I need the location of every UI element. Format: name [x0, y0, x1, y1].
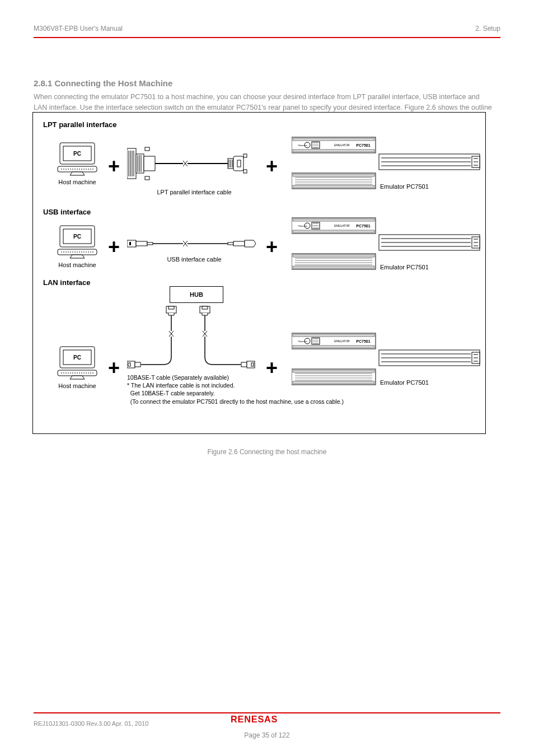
- emulator-label: Emulator PC7501: [380, 264, 429, 270]
- footer-page: Page 35 of 122: [0, 731, 534, 739]
- svg-rect-15: [145, 176, 149, 180]
- emulator-icon: EMULATOR PC7501 Renesas: [292, 135, 482, 190]
- svg-rect-5: [127, 148, 136, 179]
- emu-model-text: PC7501: [356, 143, 370, 147]
- svg-rect-64: [293, 219, 374, 221]
- svg-rect-55: [127, 240, 136, 247]
- svg-text:EMULATOR: EMULATOR: [334, 339, 350, 343]
- emulator-label: Emulator PC7501: [380, 379, 429, 386]
- svg-rect-102: [251, 363, 254, 366]
- host-machine-label: Host machine: [46, 179, 108, 185]
- svg-rect-110: [293, 346, 374, 348]
- plus-icon: +: [108, 237, 120, 257]
- lpt-cable: LPT parallel interface cable: [127, 144, 261, 195]
- row-title-usb: USB interface: [43, 208, 91, 216]
- svg-text:PC7501: PC7501: [356, 224, 370, 228]
- host-machine-usb: PC Host machine: [46, 225, 108, 268]
- svg-rect-100: [241, 362, 247, 367]
- usb-cable-icon: [127, 237, 261, 250]
- plus-icon: +: [266, 156, 278, 176]
- row-title-lpt: LPT parallel interface: [43, 120, 117, 129]
- svg-rect-28: [293, 150, 374, 152]
- svg-rect-62: [233, 241, 245, 246]
- usb-cable-label: USB interface cable: [127, 256, 261, 263]
- usb-cable: USB interface cable: [127, 237, 261, 263]
- svg-rect-129: [293, 381, 374, 384]
- row-usb: USB interface PC Host machine +: [33, 208, 485, 275]
- lan-note-line4: (To connect the emulator PC7501 directly…: [127, 398, 362, 405]
- svg-rect-27: [293, 138, 374, 141]
- pc-icon: PC: [55, 346, 99, 380]
- host-machine-label: Host machine: [46, 382, 108, 389]
- emulator-lan: EMULATOR PC7501 Renesas Emulator: [292, 331, 482, 388]
- pc-icon: PC: [55, 142, 99, 176]
- svg-rect-61: [228, 242, 233, 245]
- svg-rect-45: [293, 185, 374, 188]
- lpt-cable-icon: [127, 144, 261, 183]
- svg-text:Renesas: Renesas: [298, 225, 307, 227]
- figure-diagram: LPT parallel interface PC Host machine +: [32, 112, 486, 434]
- svg-text:Renesas: Renesas: [298, 340, 307, 343]
- svg-rect-94: [202, 306, 208, 309]
- emulator-icon: EMULATOR PC7501 Renesas: [292, 216, 482, 270]
- svg-text:PC: PC: [73, 354, 81, 361]
- svg-text:PC: PC: [73, 234, 81, 240]
- section-title: 2.8.1 Connecting the Host Machine: [34, 78, 172, 88]
- plus-icon: +: [108, 156, 120, 176]
- svg-rect-84: [293, 266, 374, 268]
- svg-rect-109: [293, 334, 374, 337]
- figure-caption: Figure 2.6 Connecting the host machine: [0, 448, 534, 456]
- row-lpt: LPT parallel interface PC Host machine +: [33, 120, 485, 204]
- svg-text:EMULATOR: EMULATOR: [334, 224, 350, 227]
- lan-note-line3: Get 10BASE-T cable separately.: [127, 389, 362, 397]
- svg-text:PC7501: PC7501: [356, 339, 370, 343]
- row-title-lan: LAN interface: [43, 278, 91, 287]
- renesas-logo: RENESAS: [0, 713, 534, 728]
- hub-box: HUB: [170, 286, 223, 303]
- svg-rect-98: [128, 363, 130, 366]
- header-left: M306V8T-EPB User's Manual: [34, 25, 123, 32]
- svg-rect-65: [293, 230, 374, 232]
- row-lan: LAN interface HUB: [33, 278, 485, 418]
- pc-icon: PC: [55, 225, 99, 259]
- svg-rect-24: [243, 154, 247, 157]
- svg-rect-25: [243, 170, 247, 173]
- top-rule: [34, 37, 500, 38]
- host-machine-lpt: PC Host machine: [46, 142, 108, 185]
- svg-rect-56: [129, 242, 131, 245]
- svg-rect-57: [136, 241, 147, 246]
- svg-rect-90: [168, 306, 174, 309]
- svg-text:Renesas: Renesas: [298, 144, 307, 147]
- svg-rect-83: [293, 255, 374, 257]
- svg-rect-10: [136, 154, 144, 173]
- svg-rect-128: [293, 370, 374, 372]
- lpt-cable-label: LPT parallel interface cable: [127, 189, 261, 195]
- emulator-usb: EMULATOR PC7501 Renesas Emulator: [292, 216, 482, 273]
- svg-rect-44: [293, 174, 374, 176]
- header-right: 2. Setup: [475, 25, 500, 32]
- emulator-label: Emulator PC7501: [380, 183, 429, 190]
- emulator-icon: EMULATOR PC7501 Renesas: [292, 331, 482, 386]
- emu-brand-text: EMULATOR: [334, 143, 350, 147]
- svg-rect-58: [147, 242, 153, 245]
- emulator-lpt: EMULATOR PC7501 Renesas: [292, 135, 482, 192]
- svg-rect-99: [135, 362, 140, 367]
- host-machine-label: Host machine: [46, 262, 108, 268]
- plus-icon: +: [108, 358, 120, 378]
- svg-rect-14: [145, 147, 149, 151]
- host-machine-lan: PC Host machine: [46, 346, 108, 389]
- svg-rect-23: [237, 160, 241, 167]
- plus-icon: +: [266, 237, 278, 257]
- svg-text:PC: PC: [73, 151, 81, 157]
- svg-text:RENESAS: RENESAS: [231, 714, 278, 724]
